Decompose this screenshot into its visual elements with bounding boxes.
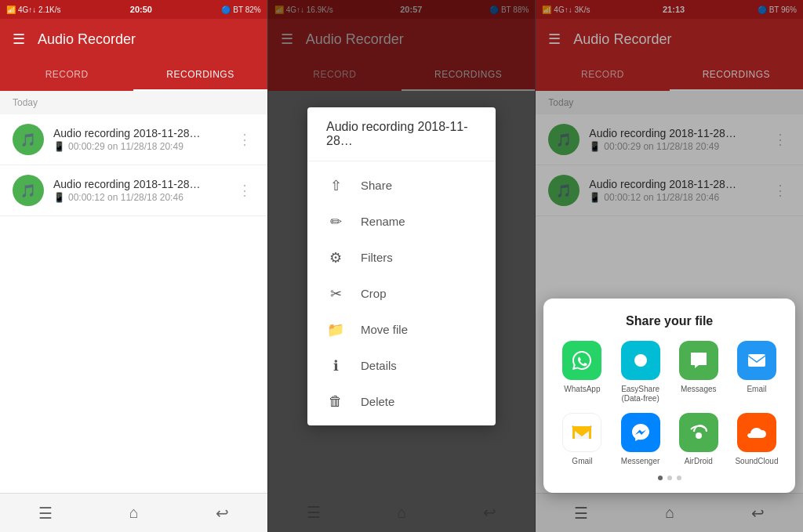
menu-item-crop[interactable]: ✂ Crop [307, 276, 496, 312]
easyshare-label: EasyShare(Data-free) [621, 385, 659, 404]
bottom-nav-1: ☰ ⌂ ↩ [0, 493, 267, 532]
app-header-1: ☰ Audio Recorder [0, 19, 267, 60]
gmail-icon [562, 413, 601, 452]
email-icon [737, 341, 776, 380]
phone-icon-1-2: 📱 [53, 192, 65, 203]
share-grid: WhatsApp EasyShare(Data-free) Message [556, 341, 783, 466]
share-app-airdroid[interactable]: AirDroid [673, 413, 725, 466]
share-app-gmail[interactable]: Gmail [556, 413, 608, 466]
nav-menu-1[interactable]: ☰ [38, 504, 53, 523]
content-1: Today 🎵 Audio recording 2018-11-28… 📱 00… [0, 91, 267, 493]
recording-info-1-1: Audio recording 2018-11-28… 📱 00:00:29 o… [53, 127, 234, 152]
svg-point-0 [634, 354, 647, 367]
menu-item-filters[interactable]: ⚙ Filters [307, 240, 496, 276]
soundcloud-label: SoundCloud [735, 457, 778, 466]
delete-icon: 🗑 [326, 393, 345, 410]
svg-point-4 [696, 432, 702, 439]
recording-icon-1-1: 🎵 [13, 124, 44, 155]
status-left-1: 📶 4G↑↓ 2.1K/s [6, 5, 60, 14]
menu-label-delete: Delete [361, 395, 394, 408]
dot-3 [677, 476, 681, 480]
nav-home-1[interactable]: ⌂ [129, 504, 139, 522]
menu-label-filters: Filters [361, 251, 393, 264]
recording-meta-1-1: 📱 00:00:29 on 11/28/18 20:49 [53, 141, 234, 152]
gmail-label: Gmail [572, 457, 592, 466]
share-title: Share your file [556, 314, 783, 328]
share-app-easyshare[interactable]: EasyShare(Data-free) [615, 341, 667, 404]
messenger-label: Messenger [621, 457, 659, 466]
signal-icon: 📶 [6, 5, 16, 14]
panel-2: 📶 4G↑↓ 16.9K/s 20:57 🔵 BT 88% ☰ Audio Re… [268, 0, 536, 532]
messages-icon [679, 341, 718, 380]
messages-label: Messages [681, 385, 717, 394]
recording-info-1-2: Audio recording 2018-11-28… 📱 00:00:12 o… [53, 178, 234, 203]
panel-3: 📶 4G↑↓ 3K/s 21:13 🔵 BT 96% ☰ Audio Recor… [536, 0, 803, 532]
dot-1 [658, 476, 663, 480]
menu-label-crop: Crop [361, 287, 387, 300]
recording-name-1-2: Audio recording 2018-11-28… [53, 178, 234, 190]
menu-icon-1[interactable]: ☰ [13, 31, 25, 48]
status-bar-1: 📶 4G↑↓ 2.1K/s 20:50 🔵 BT 82% [0, 0, 267, 19]
tab-recordings-1[interactable]: RECORDINGS [133, 60, 267, 91]
svg-rect-1 [748, 354, 765, 367]
soundcloud-icon [737, 413, 776, 452]
share-app-messages[interactable]: Messages [673, 341, 725, 404]
more-button-1-2[interactable]: ⋮ [234, 179, 255, 202]
messenger-icon [621, 413, 660, 452]
tabs-1: RECORD RECORDINGS [0, 60, 267, 91]
menu-item-delete[interactable]: 🗑 Delete [307, 384, 496, 419]
context-menu-overlay: Audio recording 2018-11-28… ⇧ Share ✏ Re… [268, 0, 536, 532]
menu-label-movefile: Move file [361, 323, 408, 336]
pagination-dots [556, 476, 783, 480]
bluetooth-icon: 🔵 [221, 5, 231, 14]
rename-icon: ✏ [326, 213, 345, 230]
section-today-1: Today [0, 91, 267, 114]
folder-icon: 📁 [326, 321, 345, 338]
email-label: Email [747, 385, 766, 394]
menu-label-rename: Rename [361, 215, 405, 228]
recording-item-1-2[interactable]: 🎵 Audio recording 2018-11-28… 📱 00:00:12… [0, 165, 267, 216]
easyshare-icon [621, 341, 660, 380]
menu-item-details[interactable]: ℹ Details [307, 348, 496, 384]
share-app-email[interactable]: Email [731, 341, 783, 404]
menu-label-share: Share [361, 179, 392, 192]
share-icon: ⇧ [326, 177, 345, 194]
filters-icon: ⚙ [326, 249, 345, 266]
recording-meta-1-2: 📱 00:00:12 on 11/28/18 20:46 [53, 192, 234, 203]
app-title-1: Audio Recorder [38, 31, 255, 48]
menu-item-movefile[interactable]: 📁 Move file [307, 312, 496, 348]
share-app-whatsapp[interactable]: WhatsApp [556, 341, 608, 404]
airdroid-icon [679, 413, 718, 452]
share-app-soundcloud[interactable]: SoundCloud [731, 413, 783, 466]
status-time-1: 20:50 [130, 5, 152, 14]
panel-1: 📶 4G↑↓ 2.1K/s 20:50 🔵 BT 82% ☰ Audio Rec… [0, 0, 267, 532]
tab-record-1[interactable]: RECORD [0, 60, 133, 91]
context-menu-title: Audio recording 2018-11-28… [307, 120, 496, 161]
status-right-1: 🔵 BT 82% [221, 5, 260, 14]
recording-item-1-1[interactable]: 🎵 Audio recording 2018-11-28… 📱 00:00:29… [0, 114, 267, 165]
menu-item-share[interactable]: ⇧ Share [307, 168, 496, 204]
whatsapp-icon [562, 341, 601, 380]
crop-icon: ✂ [326, 285, 345, 302]
recording-icon-1-2: 🎵 [13, 175, 44, 206]
airdroid-label: AirDroid [685, 457, 713, 466]
phone-icon-1-1: 📱 [53, 141, 65, 152]
share-dialog: Share your file WhatsApp EasyShare(Data-… [543, 299, 795, 493]
dot-2 [667, 476, 672, 480]
info-icon: ℹ [326, 357, 345, 375]
nav-back-1[interactable]: ↩ [216, 504, 229, 523]
recording-name-1-1: Audio recording 2018-11-28… [53, 127, 234, 139]
menu-label-details: Details [361, 359, 397, 372]
more-button-1-1[interactable]: ⋮ [234, 128, 255, 151]
whatsapp-label: WhatsApp [564, 385, 600, 394]
share-app-messenger[interactable]: Messenger [615, 413, 667, 466]
menu-item-rename[interactable]: ✏ Rename [307, 204, 496, 240]
context-menu: Audio recording 2018-11-28… ⇧ Share ✏ Re… [307, 107, 496, 425]
